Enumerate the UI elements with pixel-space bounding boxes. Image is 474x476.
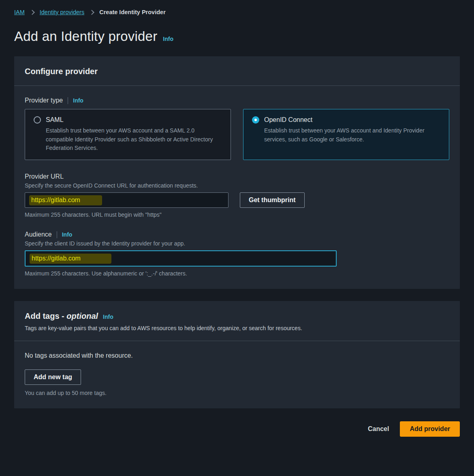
provider-url-label: Provider URL — [25, 173, 449, 180]
breadcrumb-current: Create Identity Provider — [99, 9, 166, 15]
audience-section: Audience Info Specify the client ID issu… — [25, 231, 449, 277]
add-tags-optional-label: optional — [66, 312, 98, 320]
label-divider — [57, 231, 57, 238]
configure-provider-card: Configure provider Provider type Info SA… — [14, 56, 460, 289]
chevron-right-icon — [30, 10, 35, 15]
configure-provider-card-header: Configure provider — [14, 56, 460, 85]
add-new-tag-button-label: Add new tag — [34, 374, 72, 381]
no-tags-text: No tags associated with the resource. — [25, 352, 449, 359]
provider-url-section: Provider URL Specify the secure OpenID C… — [25, 173, 449, 218]
provider-type-label-row: Provider type Info — [25, 97, 449, 104]
label-divider — [68, 97, 68, 104]
add-tags-title-row: Add tags - optional Info — [25, 312, 449, 321]
audience-constraint: Maximum 255 characters. Use alphanumeric… — [25, 270, 449, 277]
provider-type-tiles: SAML Establish trust between your AWS ac… — [25, 109, 449, 160]
openid-option-label: OpenID Connect — [264, 116, 312, 124]
provider-url-input-row: https://gitlab.com Get thumbprint — [25, 192, 449, 208]
audience-input-row: https://gitlab.com — [25, 250, 449, 267]
provider-type-option-saml[interactable]: SAML Establish trust between your AWS ac… — [25, 109, 231, 160]
provider-type-option-openid-connect[interactable]: OpenID Connect Establish trust between y… — [243, 109, 449, 160]
breadcrumb: IAM Identity providers Create Identity P… — [14, 9, 460, 15]
breadcrumb-link-iam[interactable]: IAM — [14, 9, 25, 15]
page: IAM Identity providers Create Identity P… — [0, 0, 474, 437]
openid-tile-head: OpenID Connect — [252, 116, 440, 124]
provider-type-info-link[interactable]: Info — [73, 97, 83, 104]
add-tags-card: Add tags - optional Info Tags are key-va… — [14, 301, 460, 408]
add-provider-button[interactable]: Add provider — [400, 421, 460, 437]
chevron-right-icon — [89, 10, 94, 15]
saml-option-description: Establish trust between your AWS account… — [46, 126, 222, 153]
add-new-tag-button[interactable]: Add new tag — [25, 369, 81, 385]
configure-provider-card-title: Configure provider — [25, 67, 98, 76]
add-tags-info-link[interactable]: Info — [103, 314, 113, 320]
cancel-button[interactable]: Cancel — [368, 425, 389, 433]
page-title-row: Add an Identity provider Info — [14, 29, 460, 44]
cancel-button-label: Cancel — [368, 425, 389, 432]
provider-url-constraint: Maximum 255 characters. URL must begin w… — [25, 211, 449, 218]
add-provider-button-label: Add provider — [410, 425, 450, 432]
audience-label: Audience — [25, 231, 52, 238]
form-actions: Cancel Add provider — [14, 421, 460, 437]
add-tags-card-title: Add tags - optional — [25, 312, 98, 321]
page-title: Add an Identity provider — [14, 29, 157, 44]
provider-url-description: Specify the secure OpenID Connect URL fo… — [25, 182, 449, 189]
audience-description: Specify the client ID issued by the Iden… — [25, 240, 449, 247]
provider-url-input[interactable]: https://gitlab.com — [25, 192, 228, 208]
get-thumbprint-button[interactable]: Get thumbprint — [240, 192, 305, 208]
get-thumbprint-button-label: Get thumbprint — [249, 196, 296, 204]
radio-unchecked-icon[interactable] — [34, 116, 41, 124]
add-tags-description: Tags are key-value pairs that you can ad… — [25, 325, 449, 331]
saml-tile-head: SAML — [34, 116, 222, 124]
page-title-info-link[interactable]: Info — [163, 36, 173, 42]
openid-option-description: Establish trust between your AWS account… — [264, 126, 440, 144]
audience-info-link[interactable]: Info — [62, 231, 73, 238]
radio-checked-icon[interactable] — [252, 116, 259, 124]
breadcrumb-link-identity-providers[interactable]: Identity providers — [40, 9, 84, 15]
saml-option-label: SAML — [46, 116, 64, 124]
audience-input[interactable]: https://gitlab.com — [25, 250, 337, 267]
configure-provider-card-body: Provider type Info SAML Establish trust … — [14, 86, 460, 289]
audience-label-row: Audience Info — [25, 231, 449, 238]
add-tags-card-body: No tags associated with the resource. Ad… — [14, 341, 460, 408]
tags-limit-text: You can add up to 50 more tags. — [25, 390, 449, 396]
audience-value-highlighted: https://gitlab.com — [30, 254, 111, 264]
provider-type-label: Provider type — [25, 97, 63, 104]
provider-url-value-highlighted: https://gitlab.com — [29, 195, 102, 205]
add-tags-card-header: Add tags - optional Info Tags are key-va… — [14, 301, 460, 341]
